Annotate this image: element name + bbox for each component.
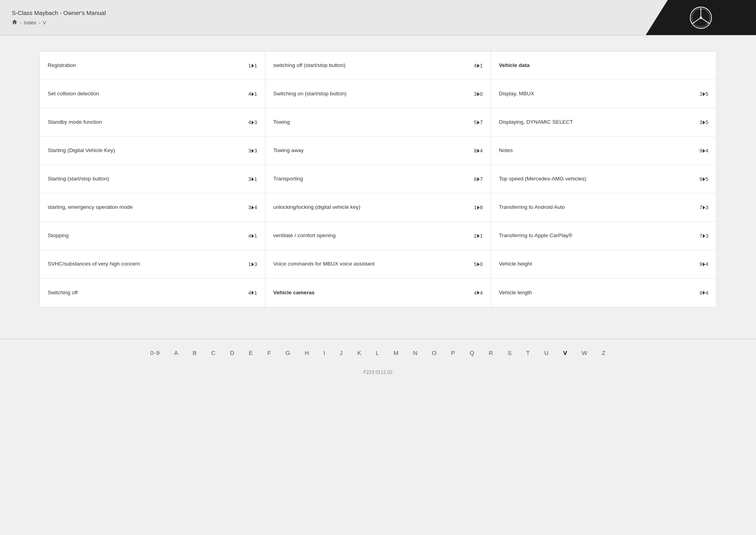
entry-page: 35	[700, 91, 708, 97]
arrow-icon	[477, 206, 480, 210]
entry-page: 18	[474, 204, 483, 210]
entry-vehicle-data-header: Vehicle data	[491, 52, 716, 80]
entry-svhc: SVHC/substances of very high concern 13	[40, 250, 265, 279]
nav-item-u[interactable]: U	[537, 347, 556, 359]
nav-item-p[interactable]: P	[444, 347, 463, 359]
entry-text: Registration	[48, 62, 248, 69]
arrow-icon	[252, 177, 254, 181]
footer-code: F223 0112 02	[0, 366, 756, 381]
breadcrumb-index[interactable]: Index	[24, 20, 36, 26]
entry-text: Transferring to Apple CarPlay®	[499, 232, 700, 240]
arrow-icon	[252, 92, 254, 96]
entry-page: 41	[248, 91, 257, 97]
entry-page: 73	[700, 233, 708, 239]
arrow-icon	[477, 262, 480, 266]
arrow-icon	[477, 149, 480, 153]
nav-item-f[interactable]: F	[260, 347, 278, 359]
nav-item-g[interactable]: G	[278, 347, 298, 359]
entry-page: 95	[700, 176, 708, 182]
entry-text: Vehicle height	[499, 260, 700, 268]
entry-text: unlocking/locking (digital vehicle key)	[273, 204, 474, 211]
entry-text-bold: Vehicle cameras	[273, 289, 474, 297]
nav-item-j[interactable]: J	[333, 347, 350, 359]
entry-vehicle-height: Vehicle height 94	[491, 250, 716, 279]
arrow-icon	[703, 291, 705, 295]
nav-item-k[interactable]: K	[350, 347, 369, 359]
arrow-icon	[703, 206, 705, 210]
arrow-icon	[477, 92, 480, 96]
nav-item-r[interactable]: R	[482, 347, 500, 359]
breadcrumb-sep2: ›	[39, 20, 40, 26]
entry-page: 31	[248, 176, 257, 182]
entry-standby: Standby mode function 43	[40, 108, 265, 137]
entry-page: 35	[700, 119, 708, 125]
entry-text: Towing	[273, 119, 474, 126]
index-table: Registration 11 Set collision detection …	[39, 51, 717, 307]
entry-transporting: Transporting 87	[265, 165, 491, 193]
nav-item-e[interactable]: E	[242, 347, 260, 359]
arrow-icon	[252, 206, 254, 210]
entry-text: Standby mode function	[48, 119, 248, 126]
arrow-icon	[477, 177, 480, 181]
arrow-icon	[703, 121, 705, 124]
entry-starting-dvk: Starting (Digital Vehicle Key) 33	[40, 137, 265, 165]
arrow-icon	[703, 262, 705, 266]
breadcrumb-v[interactable]: V	[43, 20, 46, 26]
breadcrumb: › Index › V	[12, 19, 634, 26]
entry-text: Displaying, DYNAMIC SELECT	[499, 119, 700, 126]
entry-text: Top speed (Mercedes-AMG vehicles)	[499, 175, 700, 183]
arrow-icon	[252, 262, 254, 266]
svg-point-8	[700, 17, 702, 19]
arrow-icon	[703, 177, 705, 181]
entry-text: Notes	[499, 147, 700, 154]
column-2: switching off (start/stop button) 41 Swi…	[265, 52, 491, 307]
arrow-icon	[477, 64, 480, 68]
entry-notes: Notes 94	[491, 137, 716, 165]
entry-text: switching off (start/stop button)	[273, 62, 474, 69]
breadcrumb-sep1: ›	[20, 20, 21, 26]
nav-item-09[interactable]: 0-9	[143, 347, 167, 359]
entry-switching-on-ss: Switching on (start/stop button) 30	[265, 80, 491, 108]
entry-towing-away: Towing away 84	[265, 137, 491, 165]
mercedes-logo	[646, 0, 756, 35]
entry-registration: Registration 11	[40, 52, 265, 80]
entry-display-mbux: Display, MBUX 35	[491, 80, 716, 108]
entry-page: 84	[474, 148, 483, 154]
nav-item-c[interactable]: C	[204, 347, 223, 359]
entry-page: 44	[474, 290, 483, 296]
entry-vehicle-length: Vehicle length 94	[491, 279, 716, 307]
entry-text: Stopping	[48, 232, 248, 240]
nav-item-n[interactable]: N	[406, 347, 425, 359]
nav-item-q[interactable]: Q	[463, 347, 482, 359]
nav-item-l[interactable]: L	[369, 347, 386, 359]
entry-text: Vehicle length	[499, 289, 700, 297]
entry-text: Switching off	[48, 289, 248, 297]
nav-item-h[interactable]: H	[298, 347, 317, 359]
nav-item-z[interactable]: Z	[595, 347, 613, 359]
entry-text: Set collision detection	[48, 90, 248, 98]
column-3: Vehicle data Display, MBUX 35 Displaying…	[491, 52, 716, 307]
nav-item-d[interactable]: D	[223, 347, 242, 359]
nav-item-b[interactable]: B	[185, 347, 204, 359]
entry-page: 41	[248, 290, 257, 296]
nav-item-i[interactable]: I	[317, 347, 333, 359]
column-1: Registration 11 Set collision detection …	[40, 52, 265, 307]
nav-item-v[interactable]: V	[556, 347, 574, 359]
entry-page: 34	[248, 204, 257, 210]
entry-page: 43	[248, 119, 257, 125]
header-left: S-Class Maybach - Owner's Manual › Index…	[0, 0, 646, 35]
nav-item-w[interactable]: W	[574, 347, 595, 359]
home-icon[interactable]	[12, 19, 17, 26]
entry-page: 21	[474, 233, 483, 239]
bottom-nav: 0-9 A B C D E F G H I J K L M N O P Q R …	[0, 339, 756, 366]
nav-item-o[interactable]: O	[425, 347, 444, 359]
nav-item-a[interactable]: A	[167, 347, 185, 359]
nav-item-t[interactable]: T	[519, 347, 537, 359]
entry-text: Display, MBUX	[499, 90, 700, 98]
nav-item-m[interactable]: M	[387, 347, 406, 359]
entry-page: 94	[700, 261, 708, 267]
entry-text: Switching on (start/stop button)	[273, 90, 474, 98]
nav-item-s[interactable]: S	[500, 347, 519, 359]
entry-text: Transporting	[273, 175, 474, 183]
entry-text: Towing away	[273, 147, 474, 154]
